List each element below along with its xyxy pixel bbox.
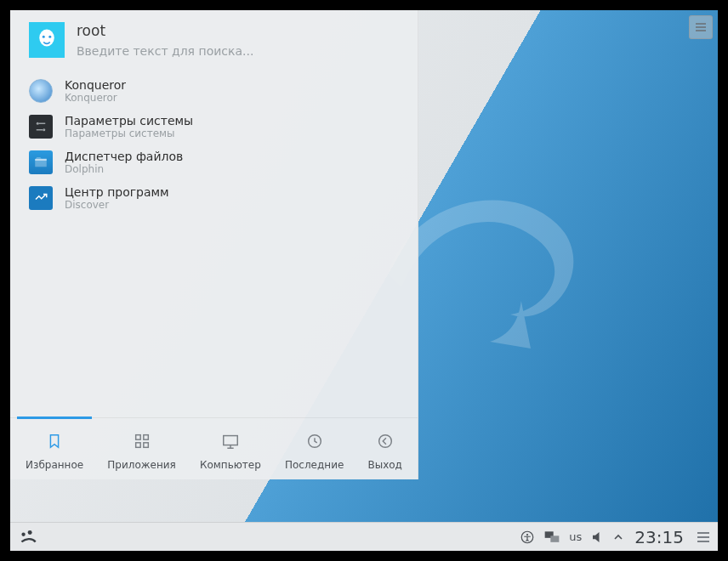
- taskbar: us 23:15: [10, 522, 718, 551]
- desktop-menu-button[interactable]: [689, 15, 713, 39]
- svg-rect-9: [224, 436, 238, 445]
- svg-rect-8: [143, 443, 148, 448]
- hamburger-line: [697, 536, 709, 538]
- start-button[interactable]: [15, 524, 41, 550]
- app-subtitle: Konqueror: [65, 92, 126, 104]
- app-subtitle: Discover: [65, 199, 169, 211]
- network-icon: [543, 530, 560, 545]
- chevron-up-icon: [614, 533, 623, 541]
- svg-point-15: [526, 533, 528, 535]
- app-title: Параметры системы: [65, 114, 193, 128]
- app-subtitle: Параметры системы: [65, 128, 193, 139]
- app-title: Диспетчер файлов: [65, 150, 183, 163]
- clock-icon: [304, 430, 326, 452]
- search-input[interactable]: [77, 44, 399, 58]
- bookmark-icon: [43, 430, 65, 452]
- hamburger-icon: [694, 20, 708, 34]
- tab-label: Приложения: [107, 459, 176, 471]
- hamburger-line: [697, 532, 709, 534]
- application-launcher: root Konqueror Konqueror: [10, 10, 418, 479]
- app-item-system-settings[interactable]: Параметры системы Параметры системы: [10, 109, 418, 144]
- accessibility-icon: [520, 530, 535, 545]
- tray-accessibility[interactable]: [520, 530, 535, 545]
- launcher-tabs: Избранное Приложения Компьютер: [10, 417, 418, 479]
- svg-point-11: [378, 435, 391, 448]
- tab-label: Последние: [285, 459, 344, 471]
- tray-volume[interactable]: [590, 530, 606, 545]
- user-avatar[interactable]: [29, 22, 65, 58]
- volume-icon: [590, 530, 606, 545]
- back-icon: [374, 430, 396, 452]
- user-name: root: [77, 22, 399, 39]
- panel-options-button[interactable]: [697, 532, 709, 542]
- svg-point-2: [48, 36, 51, 38]
- svg-point-4: [43, 128, 45, 131]
- app-item-konqueror[interactable]: Konqueror Konqueror: [10, 73, 418, 109]
- tab-leave[interactable]: Выход: [359, 425, 410, 471]
- app-item-discover[interactable]: Центр программ Discover: [10, 180, 418, 216]
- tab-recent[interactable]: Последние: [276, 425, 352, 471]
- svg-point-1: [43, 36, 45, 38]
- tray-expand[interactable]: [614, 533, 623, 541]
- svg-rect-5: [135, 435, 140, 440]
- system-tray: us 23:15: [520, 527, 709, 547]
- taskbar-clock[interactable]: 23:15: [631, 527, 684, 547]
- grid-icon: [131, 430, 153, 452]
- favorites-list: Konqueror Konqueror Параметры системы Па…: [10, 61, 418, 417]
- tray-network[interactable]: [543, 530, 560, 545]
- app-title: Konqueror: [65, 78, 126, 92]
- tab-favorites[interactable]: Избранное: [17, 425, 92, 471]
- folder-icon: [29, 150, 53, 174]
- globe-icon: [29, 79, 53, 103]
- app-title: Центр программ: [65, 185, 169, 199]
- tab-label: Компьютер: [200, 459, 261, 471]
- desktop-wallpaper: root Konqueror Konqueror: [10, 10, 718, 551]
- monitor-icon: [219, 430, 242, 452]
- settings-icon: [29, 115, 53, 139]
- app-item-file-manager[interactable]: Диспетчер файлов Dolphin: [10, 144, 418, 180]
- svg-rect-17: [551, 536, 560, 542]
- svg-point-12: [21, 532, 25, 536]
- kali-start-icon: [17, 526, 39, 548]
- svg-rect-7: [135, 443, 140, 448]
- keyboard-layout-indicator[interactable]: us: [569, 530, 582, 543]
- hamburger-line: [697, 541, 709, 542]
- svg-point-13: [28, 530, 32, 535]
- app-subtitle: Dolphin: [65, 163, 183, 175]
- discover-icon: [29, 186, 53, 210]
- tab-label: Выход: [367, 459, 401, 471]
- tab-computer[interactable]: Компьютер: [191, 425, 270, 471]
- svg-point-3: [37, 122, 39, 125]
- tab-applications[interactable]: Приложения: [99, 425, 185, 471]
- user-face-icon: [34, 27, 60, 53]
- svg-rect-6: [143, 435, 148, 440]
- tab-label: Избранное: [26, 459, 83, 471]
